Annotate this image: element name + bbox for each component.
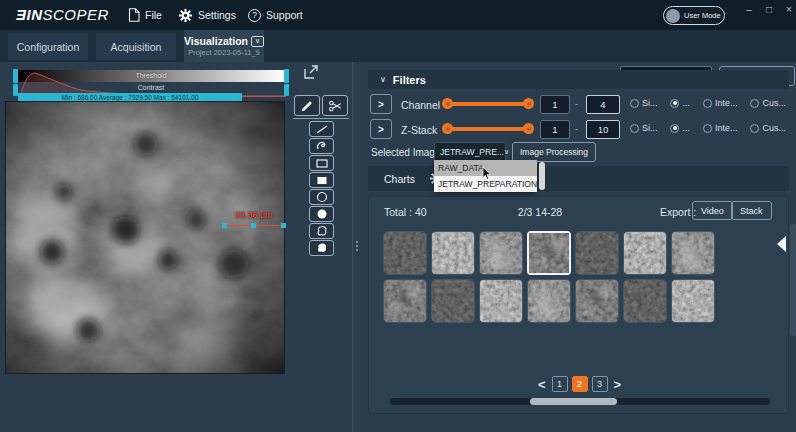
export-stack-button[interactable]: Stack [731,201,772,220]
tab-configuration[interactable]: Configuration [8,33,88,60]
scale-bar-handle[interactable] [281,223,286,228]
thumbnail-13[interactable] [623,279,667,323]
zstack-range-slider[interactable] [442,123,534,135]
tool-rectangle-outline-button[interactable] [309,155,334,171]
tool-curve-button[interactable] [309,138,334,154]
zstack-to-input[interactable] [586,120,620,139]
zstack-expander-button[interactable]: > [370,119,392,139]
window-minimize-button[interactable]: – [742,4,756,15]
thumbnail-3[interactable] [479,231,523,275]
contrast-right-handle[interactable] [284,84,289,96]
pagination-next-button[interactable]: > [612,377,624,392]
thumbnail-7[interactable] [671,231,715,275]
channel-to-input[interactable] [586,95,620,114]
slider-track [446,102,530,106]
tab-visualization[interactable]: Visualization ∨ Project 2023-05-11_9 [184,30,264,62]
thumbnail-2[interactable] [431,231,475,275]
microscopy-image[interactable]: 33.36 µm [5,101,285,374]
gallery-page-info: 2/3 14-28 [500,206,580,218]
radio-label: Si... [642,123,658,133]
tab-acquisition[interactable]: Acquisition [96,33,176,60]
radio-option-1[interactable]: Si... [630,98,658,108]
threshold-left-handle[interactable] [13,69,18,83]
filters-section-header[interactable]: ∨ Filters [368,70,789,89]
threshold-right-handle[interactable] [284,69,289,83]
inscoper-app: ƎINSCOPER File Settings ? Suppo [0,0,796,432]
channel-from-input[interactable] [540,95,570,114]
window-maximize-button[interactable]: □ [762,4,776,15]
tool-line-button[interactable] [309,121,334,137]
splitter-handle[interactable] [356,241,358,251]
export-video-button[interactable]: Video [692,201,733,220]
thumbnail-10[interactable] [479,279,523,323]
threshold-gradient-bar[interactable]: Threshold [18,70,284,82]
thumbnail-4[interactable] [527,231,571,275]
thumbnail-5[interactable] [575,231,619,275]
radio-option-4[interactable]: Cus... [750,123,786,133]
horizontal-scrollbar[interactable] [390,398,770,405]
export-label: Export : [660,206,696,218]
pagination-page-3[interactable]: 3 [592,376,608,392]
thumbnail-14[interactable] [671,279,715,323]
tool-pencil-button[interactable] [294,95,320,116]
image-processing-button[interactable]: Image Processing [512,142,596,162]
tool-ellipse-filled-button[interactable] [309,206,334,222]
tool-freeform-filled-button[interactable] [309,240,334,256]
thumbnail-11[interactable] [527,279,571,323]
pagination-prev-button[interactable]: < [536,377,548,392]
slider-handle-max[interactable] [523,98,534,109]
radio-option-4[interactable]: Cus... [750,98,786,108]
pagination-page-1[interactable]: 1 [552,376,568,392]
slider-handle-max[interactable] [523,123,534,134]
thumbnail-12[interactable] [575,279,619,323]
chevron-down-icon[interactable]: ∨ [251,36,264,47]
microscopy-image-canvas [6,102,284,373]
user-mode-toggle[interactable]: User Mode [663,6,725,25]
window-close-button[interactable]: × [782,4,796,15]
pagination-page-2[interactable]: 2 [572,376,588,392]
menu-support[interactable]: ? Support [248,0,303,30]
radio-label: Cus... [762,98,786,108]
tool-ellipse-outline-button[interactable] [309,189,334,205]
channel-expander-button[interactable]: > [370,94,392,114]
radio-option-3[interactable]: Inte... [703,123,738,133]
thumbnail-6[interactable] [623,231,667,275]
zstack-from-input[interactable] [540,120,570,139]
range-separator: - [575,99,578,109]
panel-splitter[interactable] [352,62,353,432]
radio-label: ... [682,123,690,133]
radio-icon [630,124,639,133]
scale-bar-handle[interactable] [251,223,256,228]
radio-option-3[interactable]: Inte... [703,98,738,108]
menu-file[interactable]: File [128,0,162,30]
freeform-filled-icon [315,242,329,254]
radio-option-2[interactable]: ... [670,98,690,108]
app-logo: ƎINSCOPER [16,6,109,23]
radio-option-2[interactable]: ... [670,123,690,133]
radio-option-1[interactable]: Si... [630,123,658,133]
channel-range-slider[interactable] [442,98,534,110]
image-set-dropdown[interactable]: JETRAW_PRE... ∨ [434,142,506,162]
collapse-panel-arrow-icon[interactable] [777,236,786,252]
charts-title: Charts [384,173,415,185]
tool-rectangle-filled-button[interactable] [309,172,334,188]
thumbnail-8[interactable] [383,279,427,323]
pencil-icon [300,99,314,113]
freeform-outline-icon [315,225,329,237]
histogram-range-bar[interactable]: Min : 686.00 Average : 7929.50 Max : 541… [18,93,242,101]
menu-settings[interactable]: Settings [178,0,236,30]
expand-viewer-button[interactable] [303,64,319,80]
scale-bar-handle[interactable] [222,223,227,228]
slider-handle-min[interactable] [442,123,453,134]
channel-label: Channel [401,99,440,111]
slider-handle-min[interactable] [442,98,453,109]
scale-bar-annotation[interactable]: 33.36 µm [222,210,286,228]
scrollbar-thumb[interactable] [530,398,617,405]
tool-scissors-button[interactable] [322,95,348,116]
radio-icon [670,99,679,108]
thumbnail-9[interactable] [431,279,475,323]
tool-freeform-outline-button[interactable] [309,223,334,239]
thumbnail-1[interactable] [383,231,427,275]
collapsed-side-panel[interactable] [790,224,796,336]
charts-section-header[interactable]: Charts [368,166,789,191]
